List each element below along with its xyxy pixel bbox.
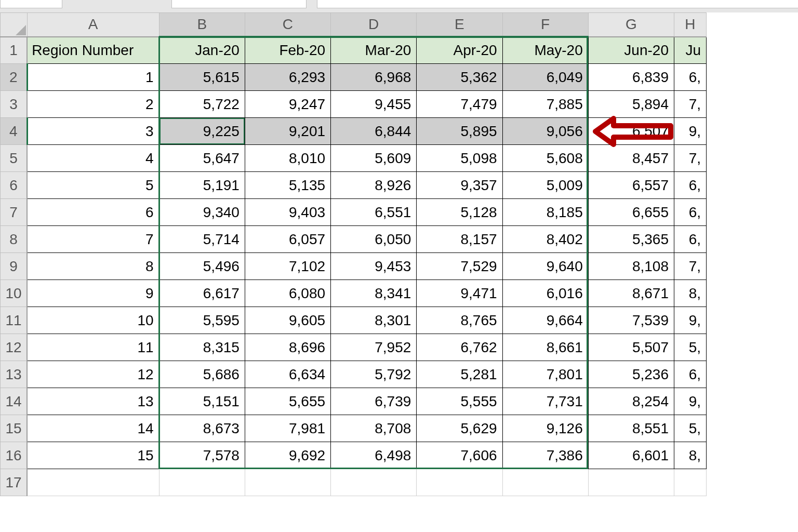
cell-D12[interactable]: 7,952 xyxy=(331,334,417,361)
cell-H6[interactable]: 6, xyxy=(674,172,706,199)
cell-H14[interactable]: 9, xyxy=(674,388,706,415)
cell-C9[interactable]: 7,102 xyxy=(245,253,330,280)
cell-A11[interactable]: 10 xyxy=(27,307,159,334)
cell-C13[interactable]: 6,634 xyxy=(245,361,330,388)
cell-G13[interactable]: 5,236 xyxy=(588,361,674,388)
cell-G4[interactable]: 6,507 xyxy=(588,118,674,145)
cell-F16[interactable]: 7,386 xyxy=(502,442,588,469)
cell-empty[interactable] xyxy=(245,469,330,496)
col-header-A[interactable]: A xyxy=(27,13,159,37)
cell-B7[interactable]: 9,340 xyxy=(159,199,245,226)
formula-box-fragment-2[interactable] xyxy=(317,0,798,8)
row-header-12[interactable]: 12 xyxy=(1,334,28,361)
cell-C15[interactable]: 7,981 xyxy=(245,415,330,442)
cell-F8[interactable]: 8,402 xyxy=(502,226,588,253)
cell-F10[interactable]: 6,016 xyxy=(502,280,588,307)
cell-G9[interactable]: 8,108 xyxy=(588,253,674,280)
cell-G11[interactable]: 7,539 xyxy=(588,307,674,334)
cell-C12[interactable]: 8,696 xyxy=(245,334,330,361)
cell-G8[interactable]: 5,365 xyxy=(588,226,674,253)
cell-G3[interactable]: 5,894 xyxy=(588,91,674,118)
cell-D5[interactable]: 5,609 xyxy=(331,145,417,172)
cell-A6[interactable]: 5 xyxy=(27,172,159,199)
row-header-3[interactable]: 3 xyxy=(1,91,28,118)
cell-D16[interactable]: 6,498 xyxy=(331,442,417,469)
cell-C11[interactable]: 9,605 xyxy=(245,307,330,334)
row-header-14[interactable]: 14 xyxy=(1,388,28,415)
cell-C14[interactable]: 5,655 xyxy=(245,388,330,415)
cell-A5[interactable]: 4 xyxy=(27,145,159,172)
name-box[interactable] xyxy=(0,0,62,8)
row-header-4[interactable]: 4 xyxy=(1,118,28,145)
cell-H12[interactable]: 5, xyxy=(674,334,706,361)
row-header-5[interactable]: 5 xyxy=(1,145,28,172)
cell-empty[interactable] xyxy=(331,469,417,496)
cell-F1[interactable]: May-20 xyxy=(502,37,588,64)
cell-D11[interactable]: 8,301 xyxy=(331,307,417,334)
row-header-15[interactable]: 15 xyxy=(1,415,28,442)
cell-D3[interactable]: 9,455 xyxy=(331,91,417,118)
cell-B10[interactable]: 6,617 xyxy=(159,280,245,307)
row-header-13[interactable]: 13 xyxy=(1,361,28,388)
select-all-triangle[interactable] xyxy=(1,13,28,37)
cell-D8[interactable]: 6,050 xyxy=(331,226,417,253)
cell-A13[interactable]: 12 xyxy=(27,361,159,388)
cell-D15[interactable]: 8,708 xyxy=(331,415,417,442)
cell-C8[interactable]: 6,057 xyxy=(245,226,330,253)
cell-C2[interactable]: 6,293 xyxy=(245,64,330,91)
cell-F5[interactable]: 5,608 xyxy=(502,145,588,172)
cell-H4[interactable]: 9, xyxy=(674,118,706,145)
cell-E8[interactable]: 8,157 xyxy=(417,226,502,253)
cell-B2[interactable]: 5,615 xyxy=(159,64,245,91)
cell-E6[interactable]: 9,357 xyxy=(417,172,502,199)
cell-E14[interactable]: 5,555 xyxy=(417,388,502,415)
cell-B14[interactable]: 5,151 xyxy=(159,388,245,415)
cell-B9[interactable]: 5,496 xyxy=(159,253,245,280)
cell-B16[interactable]: 7,578 xyxy=(159,442,245,469)
cell-H13[interactable]: 6, xyxy=(674,361,706,388)
cell-E10[interactable]: 9,471 xyxy=(417,280,502,307)
cell-E5[interactable]: 5,098 xyxy=(417,145,502,172)
col-header-H[interactable]: H xyxy=(674,13,706,37)
cell-A7[interactable]: 6 xyxy=(27,199,159,226)
cell-F12[interactable]: 8,661 xyxy=(502,334,588,361)
cell-H10[interactable]: 8, xyxy=(674,280,706,307)
cell-B5[interactable]: 5,647 xyxy=(159,145,245,172)
cell-G1[interactable]: Jun-20 xyxy=(588,37,674,64)
row-header-2[interactable]: 2 xyxy=(1,64,28,91)
row-header-11[interactable]: 11 xyxy=(1,307,28,334)
cell-G6[interactable]: 6,557 xyxy=(588,172,674,199)
row-header-16[interactable]: 16 xyxy=(1,442,28,469)
cell-F4[interactable]: 9,056 xyxy=(502,118,588,145)
cell-D4[interactable]: 6,844 xyxy=(331,118,417,145)
cell-F7[interactable]: 8,185 xyxy=(502,199,588,226)
cell-B4[interactable]: 9,225 xyxy=(159,118,245,145)
cell-D2[interactable]: 6,968 xyxy=(331,64,417,91)
cell-A9[interactable]: 8 xyxy=(27,253,159,280)
cell-F15[interactable]: 9,126 xyxy=(502,415,588,442)
cell-E13[interactable]: 5,281 xyxy=(417,361,502,388)
row-header-7[interactable]: 7 xyxy=(1,199,28,226)
cell-G16[interactable]: 6,601 xyxy=(588,442,674,469)
cell-H2[interactable]: 6, xyxy=(674,64,706,91)
cell-F13[interactable]: 7,801 xyxy=(502,361,588,388)
cell-F6[interactable]: 5,009 xyxy=(502,172,588,199)
cell-A14[interactable]: 13 xyxy=(27,388,159,415)
cell-D10[interactable]: 8,341 xyxy=(331,280,417,307)
cell-H1[interactable]: Ju xyxy=(674,37,706,64)
cell-E7[interactable]: 5,128 xyxy=(417,199,502,226)
formula-box-fragment[interactable] xyxy=(171,0,307,8)
cell-C6[interactable]: 5,135 xyxy=(245,172,330,199)
cell-D7[interactable]: 6,551 xyxy=(331,199,417,226)
cell-A2[interactable]: 1 xyxy=(27,64,159,91)
cell-E11[interactable]: 8,765 xyxy=(417,307,502,334)
cell-H3[interactable]: 7, xyxy=(674,91,706,118)
cell-empty[interactable] xyxy=(159,469,245,496)
cell-H9[interactable]: 7, xyxy=(674,253,706,280)
cell-C3[interactable]: 9,247 xyxy=(245,91,330,118)
cell-E2[interactable]: 5,362 xyxy=(417,64,502,91)
cell-G10[interactable]: 8,671 xyxy=(588,280,674,307)
col-header-E[interactable]: E xyxy=(417,13,502,37)
cell-D1[interactable]: Mar-20 xyxy=(331,37,417,64)
cell-A10[interactable]: 9 xyxy=(27,280,159,307)
